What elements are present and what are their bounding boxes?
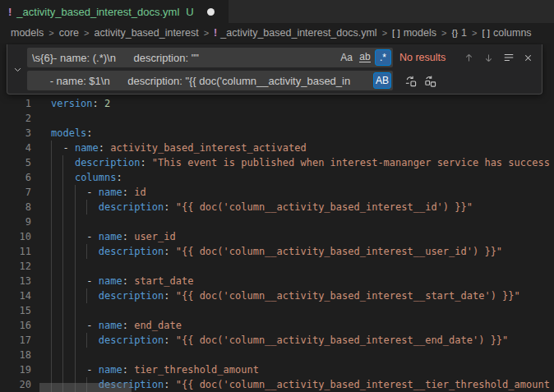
indent-guide	[75, 303, 76, 318]
breadcrumb-separator: >	[48, 28, 53, 38]
whole-word-button[interactable]: ab	[357, 49, 373, 66]
find-results-status: No results	[399, 52, 446, 63]
symbol-array-icon: [ ]	[482, 28, 490, 38]
line-number: 11	[0, 244, 31, 259]
yaml-file-icon: !	[8, 6, 12, 18]
code-line[interactable]: 17 description: "{{ doc('column__activit…	[0, 333, 554, 348]
preserve-case-button[interactable]: AB	[373, 72, 391, 89]
breadcrumb-separator: >	[382, 28, 387, 38]
code-text: - name: end_date	[51, 318, 182, 333]
tab-bar: ! _activity_based_interest_docs.yml U	[0, 0, 554, 23]
line-number: 10	[0, 229, 31, 244]
line-number: 1	[0, 96, 31, 111]
breadcrumb-label: 1	[461, 27, 467, 39]
indent-guide	[51, 259, 52, 274]
previous-match-button[interactable]	[460, 49, 478, 67]
code-line[interactable]: 2	[0, 111, 554, 126]
toggle-replace-button[interactable]	[7, 48, 27, 90]
replace-icon	[404, 75, 417, 87]
line-number: 7	[0, 185, 31, 200]
breadcrumb-item-activity_based_interest[interactable]: activity_based_interest	[95, 27, 199, 39]
code-line[interactable]: 5 description: "This event is published …	[0, 155, 554, 170]
code-text: description: "{{ doc('column__activity_b…	[51, 333, 508, 348]
breadcrumb-item-models[interactable]: [ ]models	[392, 27, 436, 39]
find-in-selection-button[interactable]	[500, 49, 517, 67]
indent-guide	[75, 214, 76, 229]
close-find-widget-button[interactable]	[519, 49, 537, 67]
code-line[interactable]: 18	[0, 348, 554, 362]
breadcrumb-label: core	[59, 27, 79, 39]
regex-button[interactable]: .*	[375, 49, 391, 66]
replace-button[interactable]	[402, 72, 419, 90]
selection-icon	[503, 52, 515, 63]
line-number: 3	[0, 126, 31, 141]
horizontal-scrollbar[interactable]	[39, 383, 132, 392]
breadcrumb-item-columns[interactable]: [ ]columns	[482, 27, 531, 39]
code-text: - name: activity_based_interest_activate…	[51, 141, 307, 155]
find-input[interactable]: \s{6}- name: (.*)\n description: "" Aa a…	[27, 48, 393, 67]
code-line[interactable]: 11 description: "{{ doc('column__activit…	[0, 244, 554, 259]
breadcrumb-item-1[interactable]: {}1	[451, 27, 467, 39]
code-line[interactable]: 7 - name: id	[0, 185, 554, 200]
line-number: 2	[0, 111, 31, 126]
code-line[interactable]: 12	[0, 259, 554, 274]
line-number: 20	[0, 377, 31, 392]
arrow-down-icon	[483, 53, 494, 63]
next-match-button[interactable]	[480, 49, 497, 67]
indent-guide	[62, 259, 63, 274]
breadcrumb-separator: >	[204, 28, 209, 38]
code-text: models:	[51, 126, 93, 141]
code-text: description: "This event is published wh…	[51, 155, 550, 170]
line-number: 9	[0, 214, 31, 229]
indent-guide	[51, 303, 52, 318]
tab-activity-based-interest-docs[interactable]: ! _activity_based_interest_docs.yml U	[0, 0, 229, 23]
code-line[interactable]: 19 - name: tier_threshold_amount	[0, 362, 554, 377]
git-status-badge: U	[186, 6, 193, 18]
replace-input-value: - name: $1\n description: "{{ doc('colum…	[32, 75, 372, 87]
breadcrumb-label: _activity_based_interest_docs.yml	[220, 27, 376, 39]
find-replace-widget: \s{6}- name: (.*)\n description: "" Aa a…	[7, 44, 542, 95]
code-lines: 1version: 223models:4 - name: activity_b…	[0, 96, 554, 392]
code-line[interactable]: 16 - name: end_date	[0, 318, 554, 333]
code-line[interactable]: 1version: 2	[0, 96, 554, 111]
code-text: - name: user_id	[51, 229, 176, 244]
breadcrumb: models>core>activity_based_interest>!_ac…	[0, 23, 554, 43]
chevron-down-icon	[13, 65, 22, 74]
line-number: 4	[0, 141, 31, 155]
line-number: 8	[0, 200, 31, 214]
replace-all-button[interactable]	[422, 72, 439, 90]
breadcrumb-item-_activity_based_interest_docs.yml[interactable]: !_activity_based_interest_docs.yml	[214, 27, 377, 39]
line-number: 19	[0, 362, 31, 377]
line-number: 16	[0, 318, 31, 333]
line-number: 18	[0, 348, 31, 362]
replace-row: - name: $1\n description: "{{ doc('colum…	[27, 71, 537, 90]
find-row: \s{6}- name: (.*)\n description: "" Aa a…	[27, 48, 537, 67]
indent-guide	[51, 214, 52, 229]
breadcrumb-separator: >	[441, 28, 446, 38]
indent-guide	[51, 348, 52, 362]
code-line[interactable]: 9	[0, 214, 554, 229]
breadcrumb-label: models	[404, 27, 436, 39]
code-line[interactable]: 3models:	[0, 126, 554, 141]
breadcrumb-item-models[interactable]: models	[11, 27, 44, 39]
code-line[interactable]: 10 - name: user_id	[0, 229, 554, 244]
indent-guide	[75, 348, 76, 362]
match-case-button[interactable]: Aa	[338, 49, 355, 66]
editor[interactable]: 1version: 223models:4 - name: activity_b…	[0, 43, 554, 392]
code-line[interactable]: 6 columns:	[0, 170, 554, 185]
line-number: 5	[0, 155, 31, 170]
code-text: - name: id	[51, 185, 146, 200]
code-line[interactable]: 14 description: "{{ doc('column__activit…	[0, 288, 554, 303]
code-line[interactable]: 15	[0, 303, 554, 318]
replace-all-icon	[424, 75, 436, 87]
unsaved-changes-dot-icon[interactable]	[207, 8, 215, 16]
breadcrumb-item-core[interactable]: core	[59, 27, 79, 39]
line-number: 6	[0, 170, 31, 185]
indent-guide	[62, 348, 63, 362]
code-line[interactable]: 13 - name: start_date	[0, 274, 554, 288]
code-line[interactable]: 8 description: "{{ doc('column__activity…	[0, 200, 554, 214]
code-line[interactable]: 4 - name: activity_based_interest_activa…	[0, 141, 554, 155]
replace-input[interactable]: - name: $1\n description: "{{ doc('colum…	[27, 71, 393, 90]
close-icon	[523, 53, 533, 63]
indent-guide	[75, 259, 76, 274]
